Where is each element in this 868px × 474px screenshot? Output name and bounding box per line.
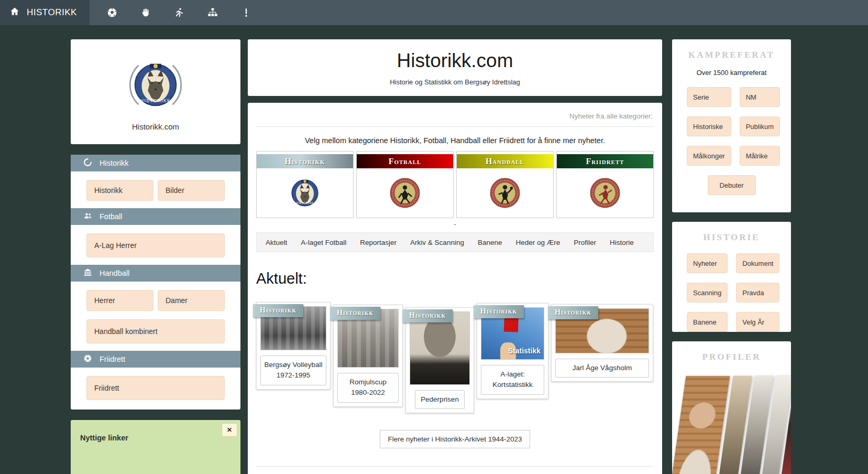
news-tabbar: Aktuelt A-laget Fotball Reportasjer Arki… bbox=[256, 232, 654, 252]
news-card-row: Historikk Bergsøy Volleyball 1972-1995 H… bbox=[256, 302, 654, 413]
news-card-vagsholm[interactable]: Historikk Jarl Åge Vågsholm bbox=[551, 304, 653, 382]
page-title: Historikk.com bbox=[397, 50, 513, 72]
button-pravda[interactable]: Pravda bbox=[736, 283, 779, 303]
category-card-historikk[interactable]: Historikk HISTORIKK bbox=[256, 151, 354, 218]
useful-links-title: Nyttige linker bbox=[80, 434, 231, 442]
right-sidebar: KAMPREFERAT Over 1500 kampreferat Serie … bbox=[672, 25, 791, 474]
sidebar-button-friidrett[interactable]: Friidrett bbox=[86, 376, 225, 400]
news-badge: Historikk bbox=[330, 307, 380, 320]
sidebar-button-bilder[interactable]: Bilder bbox=[158, 180, 225, 201]
section-label: Handball bbox=[100, 269, 129, 277]
news-badge: Historikk bbox=[474, 305, 524, 318]
main-content: Historikk.com Historie og Statistikk om … bbox=[248, 25, 662, 474]
top-navbar: HISTORIKK bbox=[0, 0, 868, 25]
news-caption[interactable]: Romjulscup 1980-2022 bbox=[337, 373, 399, 403]
sidebar-section-friidrett[interactable]: Friidrett bbox=[71, 351, 240, 368]
sidebar-section-fotball[interactable]: Fotball bbox=[71, 208, 240, 225]
section-label: Fotball bbox=[100, 212, 123, 221]
news-card-volleyball[interactable]: Historikk Bergsøy Volleyball 1972-1995 bbox=[256, 302, 331, 390]
historie-buttons: Nyheter Dokument Scanning Pravda Banene … bbox=[687, 253, 776, 332]
handball-club-logo bbox=[457, 168, 553, 218]
button-velg-ar[interactable]: Velg År bbox=[736, 312, 779, 332]
close-icon: ✕ bbox=[227, 426, 232, 434]
news-caption[interactable]: Bergsøy Volleyball 1972-1995 bbox=[260, 356, 326, 385]
news-filter-label: Nyheter fra alle kategorier: bbox=[256, 108, 654, 126]
category-banner: Fotball bbox=[357, 154, 453, 168]
news-card-kortstatistikk[interactable]: Historikk Statistikk A-laget: Kortstatis… bbox=[477, 303, 548, 399]
navbar-icon-menu bbox=[106, 0, 252, 25]
kampreferat-subtitle: Over 1500 kampreferat bbox=[687, 69, 776, 77]
more-news-button[interactable]: Flere nyheter i Historikk-Arkivet 1944-2… bbox=[380, 430, 531, 448]
button-publikum[interactable]: Publikum bbox=[740, 116, 780, 136]
useful-links-panel: Nyttige linker ✕ bbox=[71, 420, 240, 474]
site-title: Historikk.com bbox=[132, 122, 179, 131]
tab-historie[interactable]: Historie bbox=[603, 239, 641, 246]
news-caption[interactable]: Jarl Åge Vågsholm bbox=[555, 359, 649, 378]
tab-profiler[interactable]: Profiler bbox=[567, 239, 603, 246]
brand-label: HISTORIKK bbox=[27, 7, 77, 18]
page-title-card: Historikk.com Historie og Statistikk om … bbox=[248, 39, 662, 96]
kampreferat-panel: KAMPREFERAT Over 1500 kampreferat Serie … bbox=[672, 39, 791, 212]
page-container: HISTORIKK Historikk.com Historikk Histor… bbox=[71, 25, 791, 474]
button-historiske[interactable]: Historiske bbox=[687, 116, 731, 136]
button-malkonger[interactable]: Målkonger bbox=[687, 146, 731, 166]
separator-dash: - bbox=[256, 220, 654, 228]
category-banner: Historikk bbox=[257, 154, 353, 168]
news-badge: Historikk bbox=[548, 306, 598, 319]
button-nm[interactable]: NM bbox=[740, 87, 780, 107]
circle-notch-icon bbox=[83, 158, 92, 168]
kampreferat-buttons: Serie NM Historiske Publikum Målkonger M… bbox=[687, 87, 776, 166]
button-scanning[interactable]: Scanning bbox=[687, 283, 728, 303]
sidebar-button-handball-kombinert[interactable]: Handball kombinert bbox=[86, 319, 225, 343]
news-card-pederprisen[interactable]: Historikk Pederprisen bbox=[405, 307, 474, 413]
tab-a-laget-fotball[interactable]: A-laget Fotball bbox=[294, 239, 353, 246]
tab-banene[interactable]: Banene bbox=[471, 239, 509, 246]
sidebar-button-historikk[interactable]: Historikk bbox=[86, 180, 153, 201]
sidebar-section-historikk[interactable]: Historikk bbox=[71, 155, 240, 171]
profiler-panel: PROFILER bbox=[672, 341, 791, 474]
button-banene[interactable]: Banene bbox=[687, 312, 728, 332]
news-card-romjulscup[interactable]: Historikk Romjulscup 1980-2022 bbox=[333, 305, 403, 407]
button-dokument[interactable]: Dokument bbox=[736, 253, 779, 273]
close-button[interactable]: ✕ bbox=[222, 423, 237, 437]
news-caption[interactable]: Pederprisen bbox=[415, 390, 465, 409]
tab-arkiv-scanning[interactable]: Arkiv & Scanning bbox=[403, 239, 471, 246]
button-serie[interactable]: Serie bbox=[687, 87, 731, 107]
sidebar-button-a-lag-herrer[interactable]: A-Lag Herrer bbox=[86, 233, 225, 257]
hand-icon[interactable] bbox=[140, 7, 151, 18]
news-badge: Historikk bbox=[253, 304, 303, 317]
news-caption[interactable]: A-laget: Kortstatistikk bbox=[481, 365, 544, 395]
button-malrike[interactable]: Målrike bbox=[740, 146, 780, 166]
soccer-ball-icon[interactable] bbox=[106, 7, 118, 18]
tab-reportasjer[interactable]: Reportasjer bbox=[353, 239, 403, 246]
sidebar-button-herrer[interactable]: Herrer bbox=[86, 290, 153, 311]
category-card-handball[interactable]: Handball bbox=[456, 151, 554, 218]
historie-title: HISTORIE bbox=[687, 232, 776, 243]
page-subtitle: Historie og Statistikk om Bergsøy Idrett… bbox=[390, 78, 520, 86]
section-label: Friidrett bbox=[100, 355, 125, 363]
category-row: Historikk HISTORIKK bbox=[256, 151, 654, 218]
category-banner: Friidrett bbox=[557, 154, 653, 168]
divider bbox=[256, 466, 654, 467]
svg-text:HISTORIKK: HISTORIKK bbox=[296, 201, 314, 204]
category-card-fotball[interactable]: Fotball bbox=[356, 151, 454, 218]
runner-icon[interactable] bbox=[173, 7, 185, 18]
navbar-brand[interactable]: HISTORIKK bbox=[0, 0, 90, 25]
site-logo-card: HISTORIKK Historikk.com bbox=[71, 39, 240, 144]
button-debuter[interactable]: Debuter bbox=[708, 175, 756, 195]
bank-icon bbox=[83, 268, 92, 278]
photo-overlay-text: Statistikk bbox=[508, 347, 541, 355]
sidebar-button-damer[interactable]: Damer bbox=[158, 290, 225, 311]
tab-heder-og-aere[interactable]: Heder og Ære bbox=[509, 239, 567, 246]
profiler-collage[interactable] bbox=[672, 371, 791, 474]
sidebar-section-handball[interactable]: Handball bbox=[71, 265, 240, 282]
sitemap-icon[interactable] bbox=[207, 7, 218, 18]
svg-text:HISTORIKK: HISTORIKK bbox=[140, 98, 171, 103]
category-card-friidrett[interactable]: Friidrett bbox=[556, 151, 654, 218]
left-sidebar: HISTORIKK Historikk.com Historikk Histor… bbox=[71, 25, 240, 474]
exclamation-icon[interactable] bbox=[240, 7, 252, 18]
tab-aktuelt[interactable]: Aktuelt bbox=[259, 239, 294, 246]
button-nyheter[interactable]: Nyheter bbox=[687, 253, 728, 273]
news-photo bbox=[410, 311, 470, 385]
historikk-logo: HISTORIKK bbox=[257, 168, 353, 218]
